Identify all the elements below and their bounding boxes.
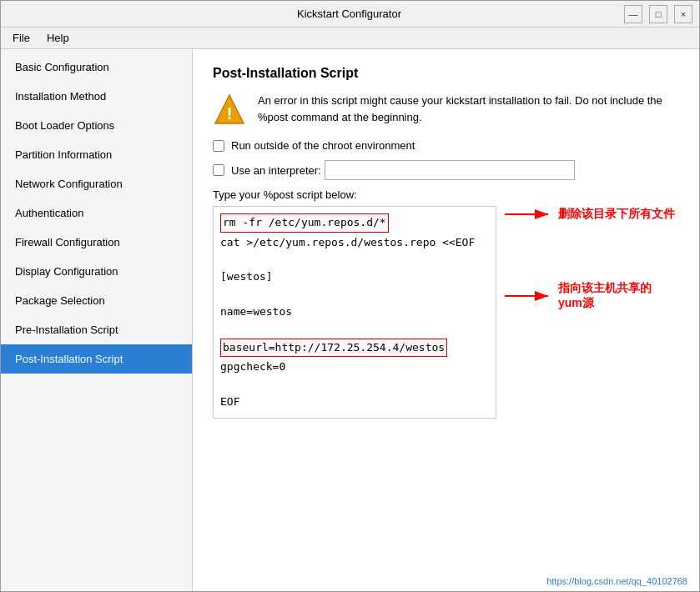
sidebar-item-network-configuration[interactable]: Network Configuration: [1, 169, 192, 198]
sidebar-item-display-configuration[interactable]: Display Configuration: [1, 257, 192, 286]
sidebar-item-installation-method[interactable]: Installation Method: [1, 82, 192, 111]
warning-box: ! An error in this script might cause yo…: [213, 93, 679, 126]
sidebar-item-basic-configuration[interactable]: Basic Configuration: [1, 53, 192, 82]
script-line-6: gpgcheck=0: [220, 359, 489, 376]
script-annotation-wrapper: rm -fr /etc/yum.repos.d/* cat >/etc/yum.…: [213, 206, 679, 419]
annotation-2-container: 指向该主机共享的 yum源: [505, 281, 652, 311]
script-line-1: rm -fr /etc/yum.repos.d/*: [220, 213, 389, 233]
sidebar-item-partition-information[interactable]: Partition Information: [1, 140, 192, 169]
warning-icon: !: [213, 93, 246, 126]
sidebar-item-post-installation-script[interactable]: Post-Installation Script: [1, 344, 192, 374]
script-line-5: baseurl=http://172.25.254.4/westos: [220, 339, 447, 358]
app-window: Kickstart Configurator — □ × File Help B…: [0, 0, 700, 592]
interpreter-checkbox[interactable]: [213, 164, 224, 176]
sidebar-item-boot-loader-options[interactable]: Boot Loader Options: [1, 111, 192, 140]
watermark: https://blog.csdn.net/qq_40102768: [546, 576, 687, 586]
interpreter-input[interactable]: [325, 160, 575, 180]
script-line-7: EOF: [220, 394, 489, 411]
annotation-1-container: 删除该目录下所有文件: [505, 206, 675, 223]
menu-file[interactable]: File: [4, 29, 38, 47]
script-label: Type your %post script below:: [213, 188, 679, 201]
chroot-label: Run outside of the chroot environment: [231, 139, 415, 152]
script-line-2: cat >/etc/yum.repos.d/westos.repo <<EOF: [220, 234, 489, 252]
window-controls: — □ ×: [624, 5, 692, 23]
sidebar-item-package-selection[interactable]: Package Selection: [1, 286, 192, 315]
interpreter-checkbox-row: Use an interpreter:: [213, 160, 679, 180]
sidebar-item-pre-installation-script[interactable]: Pre-Installation Script: [1, 315, 192, 344]
script-line-3: [westos]: [220, 268, 489, 286]
window-title: Kickstart Configurator: [74, 8, 624, 20]
menu-help[interactable]: Help: [38, 29, 78, 47]
panel-title: Post-Installation Script: [213, 66, 679, 81]
svg-text:!: !: [227, 104, 233, 123]
sidebar: Basic Configuration Installation Method …: [1, 49, 193, 591]
chroot-checkbox[interactable]: [213, 140, 224, 152]
minimize-button[interactable]: —: [624, 5, 642, 23]
titlebar: Kickstart Configurator — □ ×: [1, 1, 699, 28]
menubar: File Help: [1, 28, 699, 49]
right-panel: Post-Installation Script ! An error in t…: [193, 49, 699, 591]
annotation-1-text: 删除该目录下所有文件: [558, 207, 675, 222]
sidebar-item-firewall-configuration[interactable]: Firewall Configuration: [1, 228, 192, 257]
sidebar-item-authentication[interactable]: Authentication: [1, 198, 192, 228]
script-line-4: name=westos: [220, 304, 489, 321]
script-area[interactable]: rm -fr /etc/yum.repos.d/* cat >/etc/yum.…: [213, 206, 496, 419]
main-content: Basic Configuration Installation Method …: [1, 49, 699, 591]
close-button[interactable]: ×: [674, 5, 692, 23]
arrow-2-icon: [505, 288, 555, 304]
maximize-button[interactable]: □: [649, 5, 667, 23]
chroot-checkbox-row: Run outside of the chroot environment: [213, 139, 679, 152]
annotation-2-text: 指向该主机共享的 yum源: [558, 281, 652, 311]
interpreter-label: Use an interpreter:: [231, 164, 321, 177]
arrow-1-icon: [505, 206, 555, 223]
warning-message: An error in this script might cause your…: [258, 93, 679, 125]
